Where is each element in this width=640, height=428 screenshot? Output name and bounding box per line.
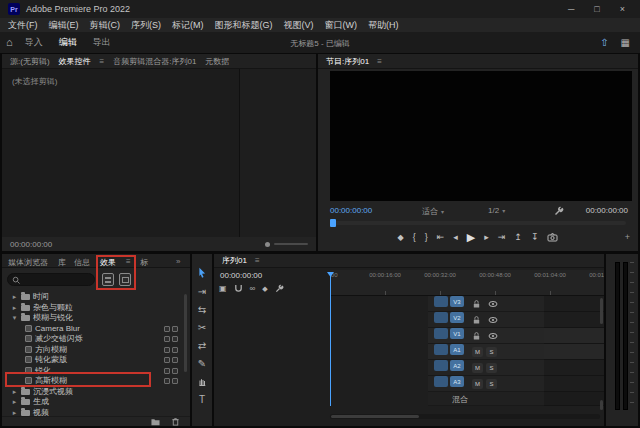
settings-wrench-icon[interactable] — [554, 206, 564, 216]
track-visibility-eye-icon[interactable] — [488, 331, 498, 341]
button-editor-icon[interactable]: + — [625, 232, 630, 242]
step-forward-icon[interactable]: ▸ — [484, 232, 489, 242]
export-frame-icon[interactable] — [547, 232, 558, 242]
mark-in-icon[interactable]: { — [413, 232, 416, 242]
track-target-toggle[interactable]: V2 — [450, 312, 464, 323]
menu-clip[interactable]: 剪辑(C) — [88, 19, 123, 32]
track-lock-icon[interactable] — [472, 299, 481, 309]
quick-export-icon[interactable]: ⇧ — [600, 37, 608, 48]
menu-view[interactable]: 视图(V) — [282, 19, 316, 32]
track-lock-icon[interactable] — [472, 315, 481, 325]
add-marker-icon[interactable]: ◆ — [262, 285, 267, 292]
track-target-toggle[interactable]: A1 — [450, 344, 464, 355]
maximize-icon[interactable]: □ — [587, 5, 606, 14]
add-marker-icon[interactable]: ◆ — [398, 233, 404, 242]
timeline-settings-icon[interactable] — [275, 284, 284, 293]
mute-toggle[interactable]: M — [472, 347, 483, 357]
tab-edit[interactable]: 编辑 — [55, 36, 81, 49]
timeline-ruler[interactable]: 00:00 00:00:16:00 00:00:32:00 00:00:48:0… — [330, 270, 604, 296]
linked-selection-icon[interactable]: ∞ — [250, 285, 256, 293]
playback-resolution-select[interactable]: 1/2▾ — [488, 206, 505, 215]
tree-item[interactable]: 减少交错闪烁 — [2, 333, 184, 344]
tab-export[interactable]: 导出 — [89, 36, 115, 49]
panel-menu-icon[interactable]: ≡ — [255, 256, 260, 265]
source-patch-toggle[interactable] — [434, 376, 448, 387]
chevron-right-icon[interactable]: ▸ — [11, 388, 18, 396]
selection-tool-icon[interactable] — [193, 266, 211, 281]
minimize-icon[interactable]: ─ — [561, 5, 581, 14]
solo-toggle[interactable]: S — [486, 379, 497, 389]
playhead-line[interactable] — [330, 276, 331, 406]
pen-tool-icon[interactable]: ✎ — [193, 356, 211, 371]
zoom-level-select[interactable]: 适合▾ — [422, 206, 444, 217]
solo-toggle[interactable]: S — [486, 347, 497, 357]
play-icon[interactable]: ▶ — [467, 231, 475, 244]
program-current-timecode[interactable]: 00:00:00:00 — [330, 206, 372, 215]
timeline-horizontal-scrollbar[interactable] — [330, 414, 600, 419]
tree-item[interactable]: ▸时间 — [2, 291, 184, 302]
razor-tool-icon[interactable]: ✂ — [193, 320, 211, 335]
seek-playhead[interactable] — [330, 219, 336, 227]
tree-item[interactable]: 钝化蒙版 — [2, 354, 184, 365]
tab-program-monitor[interactable]: 节目:序列01 — [326, 56, 369, 67]
menu-file[interactable]: 文件(F) — [6, 19, 40, 32]
ripple-edit-tool-icon[interactable]: ⇆ — [193, 302, 211, 317]
track-visibility-eye-icon[interactable] — [488, 315, 498, 325]
timeline-playhead-timecode[interactable]: 00:00:00:00 — [220, 271, 262, 280]
video-lane-v2[interactable] — [544, 312, 604, 328]
source-patch-toggle[interactable] — [434, 328, 448, 339]
timeline-vertical-scrollbar-handle[interactable] — [600, 400, 603, 410]
menu-edit[interactable]: 编辑(E) — [47, 19, 81, 32]
video-lane-v3[interactable] — [544, 296, 604, 312]
track-target-toggle[interactable]: V3 — [450, 296, 464, 307]
menu-sequence[interactable]: 序列(S) — [129, 19, 163, 32]
slip-tool-icon[interactable]: ⇄ — [193, 338, 211, 353]
audio-lane-a1[interactable] — [544, 344, 604, 360]
effect-controls-timecode[interactable]: 00:00:00:00 — [10, 240, 52, 249]
track-target-toggle[interactable]: V1 — [450, 328, 464, 339]
program-seek-bar[interactable] — [330, 221, 626, 225]
timeline-vertical-scrollbar[interactable] — [600, 298, 603, 324]
scrollbar-thumb[interactable] — [331, 415, 419, 418]
solo-toggle[interactable]: S — [486, 363, 497, 373]
tab-sequence-01[interactable]: 序列01 — [222, 255, 247, 266]
hand-tool-icon[interactable] — [193, 374, 211, 389]
tab-source-monitor[interactable]: 源:(无剪辑) — [10, 56, 50, 67]
chevron-down-icon[interactable]: ▾ — [11, 314, 18, 322]
tab-effect-controls[interactable]: 效果控件 — [59, 56, 91, 67]
source-patch-toggle[interactable] — [434, 312, 448, 323]
extract-icon[interactable]: ↧ — [531, 232, 539, 242]
effects-tree-scrollbar[interactable] — [184, 294, 187, 372]
chevron-right-icon[interactable]: ▸ — [11, 293, 18, 301]
go-to-in-icon[interactable]: ⇤ — [437, 232, 445, 242]
mute-toggle[interactable]: M — [472, 363, 483, 373]
tree-item[interactable]: ▸生成 — [2, 396, 184, 407]
track-target-toggle[interactable]: A2 — [450, 360, 464, 371]
step-back-icon[interactable]: ◂ — [453, 232, 458, 242]
source-patch-toggle[interactable] — [434, 344, 448, 355]
audio-lane-a2[interactable] — [544, 360, 604, 376]
menu-graphics-titles[interactable]: 图形和标题(G) — [213, 19, 275, 32]
track-visibility-eye-icon[interactable] — [488, 299, 498, 309]
lift-icon[interactable]: ↥ — [514, 232, 522, 242]
home-icon[interactable]: ⌂ — [6, 37, 13, 48]
tab-metadata[interactable]: 元数据 — [205, 56, 229, 67]
go-to-out-icon[interactable]: ⇥ — [498, 232, 506, 242]
menu-markers[interactable]: 标记(M) — [170, 19, 206, 32]
timeline-zoom-slider[interactable] — [265, 242, 308, 247]
tree-item-gaussian-blur[interactable]: 高斯模糊 — [2, 375, 184, 386]
tab-audio-clip-mixer[interactable]: 音频剪辑混合器:序列01 — [113, 56, 196, 67]
video-lane-v1[interactable] — [544, 328, 604, 344]
type-tool-icon[interactable]: T — [193, 392, 211, 407]
menu-help[interactable]: 帮助(H) — [366, 19, 401, 32]
source-patch-toggle[interactable] — [434, 360, 448, 371]
chevron-right-icon[interactable]: ▸ — [11, 398, 18, 406]
track-target-toggle[interactable]: A3 — [450, 376, 464, 387]
mark-out-icon[interactable]: } — [425, 232, 428, 242]
mute-toggle[interactable]: M — [472, 379, 483, 389]
panel-menu-icon[interactable]: ≡ — [100, 57, 105, 66]
track-lock-icon[interactable] — [472, 331, 481, 341]
chevron-right-icon[interactable]: ▸ — [11, 304, 18, 312]
tree-item[interactable]: ▾模糊与锐化 — [2, 312, 184, 323]
snap-icon[interactable] — [234, 284, 243, 293]
